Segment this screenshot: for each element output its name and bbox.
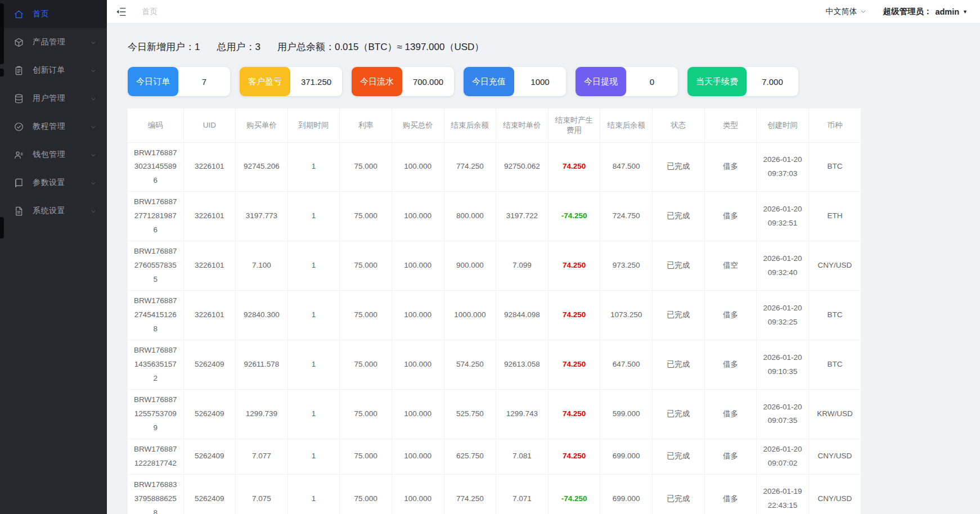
card-label: 当天手续费 — [687, 67, 747, 96]
chevron-down-icon — [90, 179, 97, 186]
language-label: 中文简体 — [825, 7, 857, 17]
cell-after-balance: 525.750 — [444, 390, 496, 439]
cell-status: 已完成 — [652, 439, 704, 474]
cell-buy-total: 100.000 — [392, 390, 444, 439]
cell-status: 已完成 — [652, 340, 704, 390]
cell-fee: 74.250 — [548, 241, 600, 291]
cell-uid: 5262409 — [183, 340, 236, 390]
cell-buy-price: 7.100 — [236, 241, 288, 291]
sidebar-item-label: 产品管理 — [33, 37, 90, 47]
card-value: 1000 — [514, 67, 566, 96]
column-header: 结束后余额 — [444, 109, 496, 142]
cell-created: 2026-01-2009:32:25 — [757, 291, 809, 340]
cell-end-balance: 1073.250 — [600, 291, 653, 340]
sidebar-item-users[interactable]: 用户管理 — [0, 84, 107, 112]
cell-fee: 74.250 — [548, 291, 600, 340]
column-header: 状态 — [652, 109, 704, 142]
orders-table-body: BRW17688730231455896 3226101 92745.206 1… — [128, 142, 861, 514]
cell-code: BRW17688712557537099 — [128, 390, 183, 439]
cell-status: 已完成 — [652, 241, 704, 291]
orders-table: 编码UID购买单价到期时间利率购买总价结束后余额结束时单价结束时产生费用结束后余… — [128, 109, 861, 514]
column-header: 购买单价 — [236, 109, 288, 142]
card-today-orders: 今日订单 7 — [128, 67, 230, 96]
cell-after-balance: 625.750 — [444, 439, 496, 474]
home-icon — [14, 9, 24, 20]
cell-coin: KRW/USD — [808, 390, 861, 439]
chevron-down-icon — [90, 151, 97, 158]
cell-coin: CNY/USD — [808, 241, 861, 291]
sidebar-item-orders[interactable]: 创新订单 — [0, 56, 107, 84]
cell-type: 借空 — [704, 241, 757, 291]
cell-code: BRW17688714356351572 — [128, 340, 183, 390]
sidebar-item-label: 系统设置 — [33, 206, 90, 216]
cell-fee: -74.250 — [548, 474, 600, 514]
cell-status: 已完成 — [652, 474, 704, 514]
chevron-down-icon — [90, 123, 97, 130]
breadcrumb[interactable]: 首页 — [142, 7, 158, 17]
sidebar-item-tutorial[interactable]: 教程管理 — [0, 112, 107, 141]
cell-end-price: 92613.058 — [496, 340, 549, 390]
cell-code: BRW17688727605578355 — [128, 241, 183, 291]
cell-after-balance: 574.250 — [444, 340, 496, 390]
cell-buy-total: 100.000 — [392, 192, 444, 241]
cell-type: 借多 — [704, 474, 757, 514]
cell-fee: 74.250 — [548, 390, 600, 439]
cell-status: 已完成 — [652, 192, 704, 241]
sidebar-item-wallet[interactable]: 钱包管理 — [0, 141, 107, 169]
cell-created: 2026-01-2009:32:51 — [757, 192, 809, 241]
table-row: BRW17688337958886258 5262409 7.075 1 75.… — [128, 474, 861, 514]
cell-rate: 75.000 — [340, 291, 392, 340]
sidebar-item-system[interactable]: 系统设置 — [0, 197, 107, 225]
chevron-down-icon — [90, 208, 97, 214]
column-header: 币种 — [808, 109, 861, 142]
cell-fee: 74.250 — [548, 340, 600, 390]
database-icon — [14, 93, 24, 104]
column-header: 到期时间 — [287, 109, 340, 142]
card-value: 0 — [626, 67, 678, 96]
cell-uid: 3226101 — [183, 241, 236, 291]
sidebar-item-label: 教程管理 — [33, 121, 90, 132]
cell-end-balance: 699.000 — [600, 474, 653, 514]
cell-expire-time: 1 — [287, 340, 340, 390]
admin-dropdown[interactable]: 超级管理员：admin ▼ — [883, 6, 968, 17]
cell-code: BRW17688337958886258 — [128, 474, 183, 514]
card-value: 7.000 — [747, 67, 798, 96]
cell-uid: 5262409 — [183, 439, 236, 474]
cell-coin: CNY/USD — [808, 439, 861, 474]
cell-rate: 75.000 — [340, 474, 392, 514]
cell-buy-price: 1299.739 — [236, 390, 288, 439]
table-row: BRW1768871222817742 5262409 7.077 1 75.0… — [128, 439, 861, 474]
sidebar-item-home[interactable]: 首页 — [0, 0, 107, 28]
sidebar-item-label: 钱包管理 — [33, 150, 90, 160]
chevron-down-icon — [90, 39, 97, 46]
stat-total-balance: 用户总余额：0.015（BTC）≈ 1397.000（USD） — [277, 40, 484, 53]
column-header: 结束后余额 — [600, 109, 653, 142]
sidebar-item-label: 首页 — [33, 9, 97, 19]
table-row: BRW17688727712819876 3226101 3197.773 1 … — [128, 192, 861, 241]
summary-cards: 今日订单 7 客户盈亏 371.250 今日流水 700.000 今日充值 10… — [128, 67, 980, 96]
cell-end-balance: 647.500 — [600, 340, 653, 390]
edge-marker — [0, 3, 4, 64]
card-value: 700.000 — [402, 67, 454, 96]
collapse-menu-icon[interactable] — [115, 6, 127, 18]
cell-type: 借多 — [704, 192, 757, 241]
cell-after-balance: 774.250 — [444, 142, 496, 192]
language-selector[interactable]: 中文简体 — [825, 7, 867, 17]
sidebar-item-params[interactable]: 参数设置 — [0, 169, 107, 197]
cell-rate: 75.000 — [340, 142, 392, 192]
cell-rate: 75.000 — [340, 340, 392, 390]
column-header: 创建时间 — [757, 109, 809, 142]
column-header: UID — [183, 109, 236, 142]
edge-marker — [0, 217, 4, 238]
sidebar-item-product[interactable]: 产品管理 — [0, 28, 107, 56]
stats-line: 今日新增用户：1 总用户：3 用户总余额：0.015（BTC）≈ 1397.00… — [128, 40, 980, 53]
cell-buy-price: 3197.773 — [236, 192, 288, 241]
table-row: BRW17688727605578355 3226101 7.100 1 75.… — [128, 241, 861, 291]
admin-name: admin — [935, 7, 959, 16]
topbar: 首页 中文简体 超级管理员：admin ▼ — [107, 0, 980, 24]
cell-coin: BTC — [808, 340, 861, 390]
cell-buy-price: 7.075 — [236, 474, 288, 514]
cell-type: 借多 — [704, 390, 757, 439]
clipboard-icon — [14, 65, 24, 76]
cell-end-balance: 847.500 — [600, 142, 653, 192]
